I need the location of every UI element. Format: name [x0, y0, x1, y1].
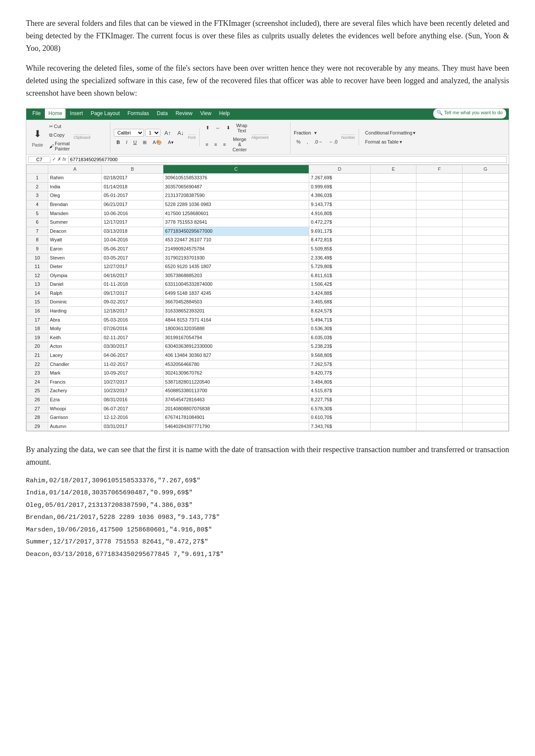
cell-12-g[interactable] [463, 271, 509, 280]
cell-2-f[interactable] [416, 182, 463, 191]
cell-15-f[interactable] [416, 298, 463, 307]
cell-8-g[interactable] [463, 236, 509, 245]
cell-4-f[interactable] [416, 200, 463, 209]
cell-21-g[interactable] [463, 351, 509, 360]
cell-16-b[interactable]: 12/18/2017 [102, 307, 163, 316]
col-header-g[interactable]: G [463, 165, 509, 174]
decrease-decimal-button[interactable]: ←.0 [326, 138, 340, 146]
cell-17-f[interactable] [416, 316, 463, 325]
cell-7-a[interactable]: Deacon [48, 227, 102, 236]
cell-18-d[interactable]: 0.536,30$ [309, 325, 370, 334]
cell-25-c[interactable]: 4508853380113700 [163, 387, 309, 396]
cell-14-b[interactable]: 09/17/2017 [102, 289, 163, 298]
cell-15-a[interactable]: Dominic [48, 298, 102, 307]
cell-9-e[interactable] [370, 244, 416, 253]
cell-27-d[interactable]: 6.578,30$ [309, 404, 370, 413]
cell-19-c[interactable]: 30199167054794 [163, 333, 309, 342]
col-header-a[interactable]: A [48, 165, 102, 174]
col-header-b[interactable]: B [102, 165, 163, 174]
menu-formulas[interactable]: Formulas [124, 109, 153, 119]
cell-7-e[interactable] [370, 227, 416, 236]
cell-21-b[interactable]: 04-06-2017 [102, 351, 163, 360]
font-name-select[interactable]: Calibri [114, 129, 144, 137]
cell-5-d[interactable]: 4.916,80$ [309, 209, 370, 218]
cell-13-f[interactable] [416, 280, 463, 289]
cell-9-b[interactable]: 05-06-2017 [102, 244, 163, 253]
cell-20-b[interactable]: 03/30/2017 [102, 342, 163, 351]
cell-6-g[interactable] [463, 218, 509, 227]
decrease-font-button[interactable]: A↓ [175, 128, 186, 137]
cell-21-e[interactable] [370, 351, 416, 360]
table-row[interactable]: 28Garrison12-12-20166767417810849010.610… [27, 413, 509, 422]
cell-12-e[interactable] [370, 271, 416, 280]
cell-12-f[interactable] [416, 271, 463, 280]
cell-3-c[interactable]: 213137208387590 [163, 191, 309, 200]
cell-22-c[interactable]: 4532056466780 [163, 360, 309, 369]
cell-4-a[interactable]: Brendan [48, 200, 102, 209]
checkmark-icon[interactable]: ✓ [52, 156, 56, 163]
menu-insert[interactable]: Insert [66, 109, 86, 119]
cell-28-f[interactable] [416, 413, 463, 422]
cell-13-c[interactable]: 633110045332874000 [163, 280, 309, 289]
table-row[interactable]: 7Deacon03/13/20186771834502956770009.691… [27, 227, 509, 236]
copy-button[interactable]: ⧉ Copy [47, 131, 72, 139]
col-header-e[interactable]: E [370, 165, 416, 174]
table-row[interactable]: 12Olympia04/16/2017305738688852036.811,6… [27, 271, 509, 280]
comma-button[interactable]: , [304, 138, 310, 146]
cell-12-a[interactable]: Olympia [48, 271, 102, 280]
cell-29-g[interactable] [463, 422, 509, 431]
cell-15-d[interactable]: 3.465,68$ [309, 298, 370, 307]
cell-10-f[interactable] [416, 253, 463, 262]
cell-29-e[interactable] [370, 422, 416, 431]
cell-13-g[interactable] [463, 280, 509, 289]
cell-5-b[interactable]: 10-06-2016 [102, 209, 163, 218]
cell-3-d[interactable]: 4.386,03$ [309, 191, 370, 200]
table-row[interactable]: 18Molly07/26/20161800361320358880.536,30… [27, 325, 509, 334]
cell-25-g[interactable] [463, 387, 509, 396]
cell-16-d[interactable]: 8.624,57$ [309, 307, 370, 316]
table-row[interactable]: 4Brendan06/21/20175228 2289 1036 09839.1… [27, 200, 509, 209]
col-header-d[interactable]: D [309, 165, 370, 174]
cell-1-b[interactable]: 02/18/2017 [102, 174, 163, 183]
insert-function-icon[interactable]: fx [63, 156, 66, 163]
cell-17-g[interactable] [463, 316, 509, 325]
cell-27-a[interactable]: Whoopi [48, 404, 102, 413]
cell-18-e[interactable] [370, 325, 416, 334]
bold-button[interactable]: B [114, 138, 122, 146]
cell-19-e[interactable] [370, 333, 416, 342]
cell-27-b[interactable]: 06-07-2017 [102, 404, 163, 413]
menu-help[interactable]: Help [216, 109, 233, 119]
cell-14-f[interactable] [416, 289, 463, 298]
table-row[interactable]: 17Abra05-03-20164844 8153 7371 41645.494… [27, 316, 509, 325]
table-row[interactable]: 15Dominic09-02-2017366704528845033.465,6… [27, 298, 509, 307]
table-row[interactable]: 5Marsden10-06-2016417500 12586806014.916… [27, 209, 509, 218]
cell-24-b[interactable]: 10/27/2017 [102, 378, 163, 387]
cell-6-a[interactable]: Summer [48, 218, 102, 227]
cell-24-e[interactable] [370, 378, 416, 387]
cell-21-a[interactable]: Lacey [48, 351, 102, 360]
cell-24-f[interactable] [416, 378, 463, 387]
cell-10-g[interactable] [463, 253, 509, 262]
cell-4-d[interactable]: 9.143,77$ [309, 200, 370, 209]
cell-24-c[interactable]: 53871828011220540 [163, 378, 309, 387]
cell-11-e[interactable] [370, 262, 416, 272]
cell-2-c[interactable]: 30357065690487 [163, 182, 309, 191]
cell-20-d[interactable]: 5.238,23$ [309, 342, 370, 351]
cell-1-g[interactable] [463, 174, 509, 183]
cell-23-a[interactable]: Mark [48, 369, 102, 378]
cell-17-c[interactable]: 4844 8153 7371 4164 [163, 316, 309, 325]
cell-26-g[interactable] [463, 396, 509, 405]
cell-2-b[interactable]: 01/14/2018 [102, 182, 163, 191]
table-row[interactable]: 23Mark10-09-2017302413096707629.420,77$ [27, 369, 509, 378]
cell-10-e[interactable] [370, 253, 416, 262]
cell-19-f[interactable] [416, 333, 463, 342]
cell-11-d[interactable]: 5.729,80$ [309, 262, 370, 272]
align-top-button[interactable]: ⬆ [203, 122, 212, 134]
cell-12-c[interactable]: 30573868885203 [163, 271, 309, 280]
cell-16-a[interactable]: Harding [48, 307, 102, 316]
table-row[interactable]: 21Lacey04-06-2017406 13484 30360 8279.56… [27, 351, 509, 360]
align-left-button[interactable]: ≡ [203, 135, 211, 153]
cell-15-g[interactable] [463, 298, 509, 307]
cell-8-b[interactable]: 10-04-2016 [102, 236, 163, 245]
menu-review[interactable]: Review [172, 109, 196, 119]
